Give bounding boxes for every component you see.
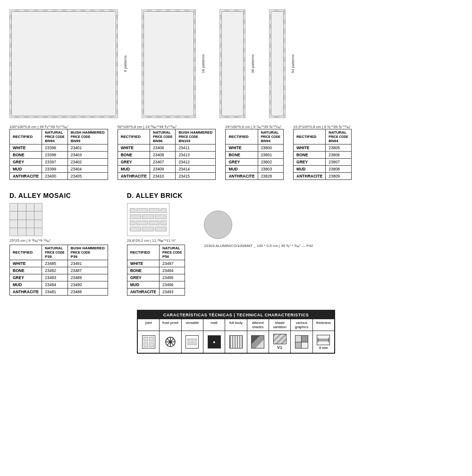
diff-shades-icon [251,335,264,348]
joint-sq [149,342,154,347]
mosaic-title: D. ALLEY MOSAIC [9,192,108,199]
dim-label-2: 50*100*0,8 cm | 19 ¹¹⁄₁₆"*39 ³⁄₈"*⁵⁄₁₆" [118,125,216,129]
brick-piece [130,214,142,219]
patterns-label-54: 54 patterns [291,54,295,73]
table-row: BONE2348223487 [10,267,108,274]
shade-variation-icon [273,334,287,344]
graphics-cell [302,342,308,348]
brick-piece [130,221,136,225]
codes-table-2: RECTIFIED NATURALPRICE CODEBN96 BUSH HAM… [118,129,216,180]
table-row: GREY2340723412 [118,159,216,166]
mosaic-cell [34,212,42,219]
graphics-cell [295,342,302,348]
brick-piece [149,208,160,213]
col-natural-2: NATURALPRICE CODEBN96 [150,129,175,144]
mosaic-cell [18,212,25,219]
aluminum-section: 22303 ALUMINICO/100/MAT _ 100 * 0,5 cm |… [204,211,313,296]
mosaic-brick-section: D. ALLEY MOSAIC 25*25 cm | 9 ¹³⁄₁₆"*9 ¹³… [9,182,463,296]
brick-piece [136,221,147,225]
patterns-label-9: 9 patterns [123,55,127,72]
tech-icon-versatile [182,331,203,353]
brick-row [130,208,167,213]
patterns-label-36: 36 patterns [251,54,255,73]
full-body-icon [229,335,243,348]
col-rectified-3: RECTIFIED [226,129,258,144]
col-natural-4: NATURALPRICE CODEBN94 [326,129,351,144]
col-natural-3: NATURALPRICE CODEBN94 [258,129,283,144]
matt-icon: ■ [208,335,221,348]
col-bush-2: BUSH HAMMEREDPRICE CODEBN103 [176,129,216,144]
table-row: BONE23806 [294,152,352,159]
dim-label-3: 24*100*0,8 cm | 9 ⁷⁄₁₆"*39 ³⁄₄"*⁵⁄₁₆" [225,125,284,129]
tile-image-medium [142,9,196,118]
codes-table-3: RECTIFIED NATURALPRICE CODEBN94 WHITE238… [225,129,284,180]
brick-table: RECTIFIED NATURALPRICE CODEP50 WHITE2349… [127,245,185,296]
col-natural-1: NATURALPRICE CODEBN94 [42,129,67,144]
mosaic-cell [26,204,34,211]
brick-row [130,221,167,225]
tile-24x100: 36 patterns [219,9,245,118]
mosaic-thumbnail [9,203,42,236]
col-rectified-4: RECTIFIED [294,129,326,144]
col-rectified-b: RECTIFIED [127,245,159,260]
v1-badge: V1 [277,345,282,350]
tile-100x100: 9 patterns [9,9,118,118]
table-row: ANTHRACITE23493 [127,289,185,296]
graphics-cell [302,336,308,342]
table-row: MUD2340923414 [118,166,216,173]
mosaic-cell [26,228,34,236]
mosaic-cell [26,212,34,219]
dim-label-1: 100*100*0,8 cm | 39 ³⁄₈"*39 ³⁄₈"*⁵⁄₁₆" [9,125,108,129]
product-block-24: 24*100*0,8 cm | 9 ⁷⁄₁₆"*39 ³⁄₄"*⁵⁄₁₆" RE… [225,123,284,180]
mosaic-section: D. ALLEY MOSAIC 25*25 cm | 9 ¹³⁄₁₆"*9 ¹³… [9,182,108,296]
brick-piece [155,214,167,219]
table-row: BONE23494 [127,267,185,274]
table-row: BONE2339823403 [10,152,108,159]
tile-15x100: 54 patterns [269,9,286,118]
tile-image-small [219,9,245,118]
table-row: WHITE23805 [294,144,352,152]
mosaic-cell [18,228,25,236]
col-natural-b: NATURALPRICE CODEP50 [159,245,185,260]
thickness-wrapper: 6 mm [317,335,330,349]
brick-piece [149,221,160,225]
codes-table-1: RECTIFIED NATURALPRICE CODEBN94 BUSH HAM… [9,129,108,180]
mosaic-cell [10,212,17,219]
brick-section: D. ALLEY BRICK [127,182,185,296]
table-row: WHITE23800 [226,144,284,152]
brick-thumbnail [127,203,169,236]
table-row: ANTHRACITE23809 [294,173,352,180]
versatile-bar [187,342,197,345]
svg-point-5 [169,340,172,343]
table-row: ANTHRACITE23828 [226,173,284,180]
brick-row [130,214,167,219]
dim-label-4: 15,5*100*0,8 cm | 6 ¹⁄₈"*39 ³⁄₈"*⁵⁄₁₆" [293,125,352,129]
tile-image-xsmall [269,9,286,118]
frost-svg [165,336,176,348]
product-block-15: 15,5*100*0,8 cm | 6 ¹⁄₈"*39 ³⁄₈"*⁵⁄₁₆" R… [293,123,352,180]
tech-label-full-body: full body [225,319,247,331]
mosaic-cell [18,204,25,211]
brick-piece [160,221,167,225]
full-body-stripe [230,340,242,344]
tile-50x100: 18 patterns [142,9,196,118]
brick-title: D. ALLEY BRICK [127,192,185,199]
thickness-value: 6 mm [319,346,328,349]
table-row: MUD2348423490 [10,281,108,289]
matt-label: ■ [213,340,215,344]
table-row: BONE2340823413 [118,152,216,159]
table-row: WHITE2340623411 [118,144,216,152]
table-row: GREY2339723402 [10,159,108,166]
tiles-tables-row: 100*100*0,8 cm | 39 ³⁄₈"*39 ³⁄₈"*⁵⁄₁₆" R… [9,123,463,180]
joint-sq [143,342,148,347]
col-bush-1: BUSH HAMMEREDPRICE CODEBN99 [67,129,108,144]
graphics-icon [295,335,308,348]
mosaic-cell [34,204,42,211]
col-rectified: RECTIFIED [10,129,42,144]
table-row: ANTHRACITE2340023405 [10,173,108,180]
aluminum-desc: 22303 ALUMINICO/100/MAT _ 100 * 0,5 cm |… [204,244,313,248]
table-row: WHITE23497 [127,260,185,267]
tech-icon-shade-variation: V1 [269,331,291,353]
tech-icon-full-body [225,331,247,353]
mosaic-cell [10,204,17,211]
